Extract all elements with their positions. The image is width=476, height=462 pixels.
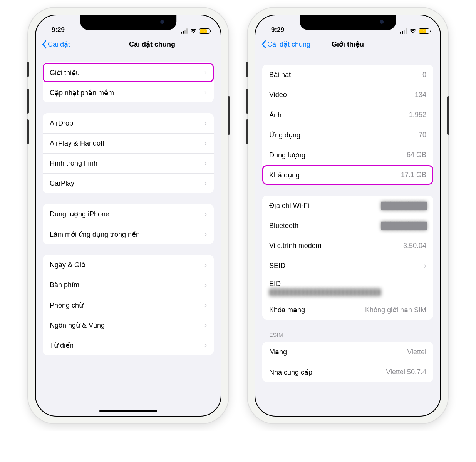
row-available: Khả dụng17.1 GB — [262, 165, 433, 185]
row-value: 70 — [419, 131, 426, 139]
home-indicator[interactable] — [99, 410, 157, 412]
row-label: Ngôn ngữ & Vùng — [50, 321, 105, 330]
row-bluetooth-mac: Bluetooth██████████ — [262, 216, 433, 236]
row-songs: Bài hát0 — [262, 65, 433, 85]
row-wifi-mac: Địa chỉ Wi-Fi██████████ — [262, 196, 433, 216]
row-label: Làm mới ứng dụng trong nền — [50, 230, 140, 239]
chevron-right-icon: › — [204, 159, 207, 167]
row-value: 17.1 GB — [401, 171, 426, 179]
chevron-left-icon — [261, 40, 266, 49]
row-label: Video — [269, 91, 287, 99]
row-language-region[interactable]: Ngôn ngữ & Vùng› — [43, 315, 214, 335]
row-fonts[interactable]: Phông chữ› — [43, 295, 214, 315]
row-label: Bàn phím — [50, 281, 79, 289]
row-label: EID — [269, 280, 281, 288]
row-provider: Nhà cung cấpViettel 50.7.4 — [262, 362, 433, 382]
row-value: Viettel — [407, 348, 426, 356]
chevron-right-icon: › — [204, 179, 207, 187]
row-airplay[interactable]: AirPlay & Handoff› — [43, 133, 214, 153]
row-network: MạngViettel — [262, 342, 433, 362]
row-label: Phông chữ — [50, 301, 83, 310]
row-eid: EID ████████████████████████████ — [262, 276, 433, 300]
navigation-bar: Cài đặt Cài đặt chung — [36, 35, 221, 54]
chevron-right-icon: › — [204, 261, 207, 269]
wifi-icon — [409, 29, 416, 34]
row-value: Viettel 50.7.4 — [386, 368, 426, 376]
row-label: SEID — [269, 262, 285, 270]
notch — [80, 15, 176, 30]
chevron-right-icon: › — [204, 301, 207, 309]
back-button[interactable]: Cài đặt chung — [261, 40, 310, 49]
chevron-right-icon: › — [204, 341, 207, 349]
phone-right: 9:29 ⚡ Cài đặt chung Giới thiệu Bài hát0… — [248, 8, 448, 424]
row-label: Khả dụng — [269, 171, 300, 179]
row-label: AirDrop — [50, 119, 73, 127]
row-airdrop[interactable]: AirDrop› — [43, 113, 214, 133]
row-value: 3.50.04 — [403, 242, 426, 250]
row-label: Giới thiệu — [50, 69, 80, 77]
chevron-right-icon: › — [204, 119, 207, 127]
row-label: Từ điển — [50, 341, 74, 350]
row-label: CarPlay — [50, 179, 74, 187]
row-sim-lock: Khóa mạngKhông giới hạn SIM — [262, 300, 433, 320]
row-capacity: Dung lượng64 GB — [262, 145, 433, 165]
row-about[interactable]: Giới thiệu › — [43, 62, 214, 82]
back-label: Cài đặt — [48, 40, 70, 49]
page-title: Cài đặt chung — [129, 40, 175, 49]
row-pip[interactable]: Hình trong hình› — [43, 153, 214, 173]
row-label: Ảnh — [269, 111, 282, 119]
chevron-right-icon: › — [204, 69, 207, 77]
row-label: Vi c.trình modem — [269, 242, 322, 250]
cellular-icon — [400, 28, 407, 34]
battery-icon: ⚡ — [419, 28, 429, 34]
row-label: Địa chỉ Wi-Fi — [269, 201, 309, 210]
settings-group-connectivity: AirDrop› AirPlay & Handoff› Hình trong h… — [43, 113, 214, 193]
chevron-right-icon: › — [204, 230, 207, 238]
row-value: Không giới hạn SIM — [365, 306, 426, 314]
chevron-right-icon: › — [204, 210, 207, 218]
row-label: Hình trong hình — [50, 159, 97, 167]
page-title: Giới thiệu — [332, 40, 364, 49]
chevron-right-icon: › — [204, 321, 207, 329]
row-datetime[interactable]: Ngày & Giờ› — [43, 255, 214, 275]
navigation-bar: Cài đặt chung Giới thiệu — [255, 35, 440, 54]
row-seid[interactable]: SEID› — [262, 256, 433, 276]
row-label: Nhà cung cấp — [269, 368, 312, 377]
phone-left: 9:29 ⚡ Cài đặt Cài đặt chung Giới thiệu … — [28, 8, 228, 424]
row-carplay[interactable]: CarPlay› — [43, 173, 214, 193]
row-keyboard[interactable]: Bàn phím› — [43, 275, 214, 295]
row-background-refresh[interactable]: Làm mới ứng dụng trong nền› — [43, 224, 214, 244]
back-button[interactable]: Cài đặt — [41, 40, 70, 49]
row-label: Cập nhật phần mềm — [50, 89, 114, 97]
row-software-update[interactable]: Cập nhật phần mềm › — [43, 82, 214, 102]
row-photos: Ảnh1,952 — [262, 105, 433, 125]
about-content: Bài hát0 Video134 Ảnh1,952 Ứng dụng70 Du… — [255, 54, 440, 386]
row-label: Bài hát — [269, 71, 291, 79]
row-value: 1,952 — [409, 111, 426, 119]
cellular-icon — [181, 28, 188, 34]
settings-group-storage: Dung lượng iPhone› Làm mới ứng dụng tron… — [43, 204, 214, 244]
row-value-redacted: ██████████ — [381, 202, 426, 210]
row-apps: Ứng dụng70 — [262, 125, 433, 145]
row-dictionary[interactable]: Từ điển› — [43, 335, 214, 355]
row-value: 64 GB — [407, 151, 426, 159]
row-label: Dung lượng — [269, 151, 305, 159]
settings-group-about: Giới thiệu › Cập nhật phần mềm › — [43, 62, 214, 102]
row-label: Khóa mạng — [269, 306, 305, 314]
about-group-network: Địa chỉ Wi-Fi██████████ Bluetooth███████… — [262, 196, 433, 320]
row-value-redacted: ████████████████████████████ — [269, 289, 426, 296]
row-value: 0 — [422, 71, 426, 79]
row-iphone-storage[interactable]: Dung lượng iPhone› — [43, 204, 214, 224]
row-modem-медь: Vi c.trình modem3.50.04 — [262, 236, 433, 256]
row-videos: Video134 — [262, 85, 433, 105]
row-label: Mạng — [269, 348, 287, 356]
chevron-right-icon: › — [204, 139, 207, 147]
row-label: AirPlay & Handoff — [50, 139, 104, 147]
chevron-left-icon — [41, 40, 47, 49]
notch — [300, 15, 396, 30]
chevron-right-icon: › — [204, 89, 207, 97]
row-label: Bluetooth — [269, 222, 298, 230]
row-value-redacted: ██████████ — [381, 222, 426, 230]
chevron-right-icon: › — [424, 262, 426, 270]
section-header-esim: ESIM — [269, 332, 426, 338]
